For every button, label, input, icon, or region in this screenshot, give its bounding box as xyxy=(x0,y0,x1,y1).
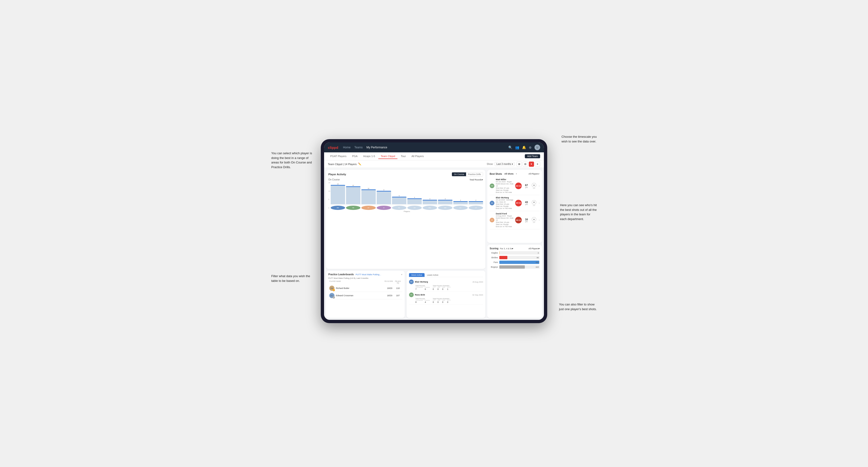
bar-highlight-7 xyxy=(438,200,453,200)
practice-col-2: Practice 4 xyxy=(425,300,430,303)
y-label-0: 0 xyxy=(328,207,330,209)
col-pb-score: PB SCORE xyxy=(384,280,394,284)
activity-date-2: 02 Sep 2023 xyxy=(472,294,483,296)
tournament-col-2: Tournament 8 xyxy=(415,300,423,303)
best-shots-header: Best Shots All Shots ▾ All Players ▾ xyxy=(490,172,540,176)
shot-avatar-3: DF xyxy=(490,218,494,222)
avatar-8: EC xyxy=(453,206,468,210)
avatar-1: RB xyxy=(346,206,361,210)
dist-zero-2: 0 yds xyxy=(531,200,537,206)
tab-team-clippd[interactable]: Team Clippd xyxy=(378,154,398,159)
timeframe-select[interactable]: Last 3 months ▾ xyxy=(495,162,515,166)
bar-highlight-2 xyxy=(361,189,376,190)
chevron-down-icon: ▾ xyxy=(401,273,402,276)
activity-date-1: 26 Aug 2023 xyxy=(472,281,483,283)
nav-links: Home Teams My Performance xyxy=(343,146,508,149)
on-course-btn[interactable]: On Course xyxy=(452,173,466,176)
gtt-col-1: GTT 0 xyxy=(433,286,435,290)
tab-all-players[interactable]: All Players xyxy=(409,154,426,159)
bar-chart: 15 10 5 0 1312109543322 xyxy=(328,182,483,213)
nav-link-teams[interactable]: Teams xyxy=(354,146,363,149)
shot-row-3[interactable]: DF David Ford 24 Aug 2023 · Royal North … xyxy=(490,211,540,229)
edit-icon[interactable]: ✏️ xyxy=(358,162,361,165)
all-players-dropdown[interactable]: All Players xyxy=(528,173,538,175)
nav-icons: 🔍 👥 🔔 ⊕ U xyxy=(508,145,540,150)
add-team-button[interactable]: Add Team xyxy=(525,154,540,158)
bar-group-8: 2 xyxy=(453,182,468,204)
stat-group-practice-1: Total Practice Activities GTT 0 APP xyxy=(433,285,451,290)
leaderboard-title: Practice Leaderboards xyxy=(328,273,354,276)
list-view-btn[interactable]: ⊟ xyxy=(523,161,528,167)
bottom-row: Practice Leaderboards PUTT Must Make Put… xyxy=(326,271,486,318)
shot-badge-1: 200 SG xyxy=(515,183,522,189)
chevron-down-icon-scoring: ▾ xyxy=(512,247,513,250)
pars-row: Pars 499 xyxy=(490,261,540,264)
bell-icon[interactable]: 🔔 xyxy=(522,146,526,149)
chevron-down-icon-shots: ▾ xyxy=(538,173,540,175)
tab-hcaps[interactable]: Hcaps 1-5 xyxy=(361,154,377,159)
nav-link-home[interactable]: Home xyxy=(343,146,350,149)
leaderboard-card: Practice Leaderboards PUTT Must Make Put… xyxy=(326,271,405,318)
leaderboard-header: Practice Leaderboards PUTT Must Make Put… xyxy=(328,273,402,276)
search-icon[interactable]: 🔍 xyxy=(508,146,512,149)
bogeys-label: Bogeys xyxy=(490,266,498,268)
pars-label: Pars xyxy=(490,261,498,263)
heart-view-btn[interactable]: ♥ xyxy=(529,161,534,167)
bar-value-2: 10 xyxy=(368,188,369,189)
scoring-card: Scoring Par 3, 4 & 5s ▾ All Players ▾ xyxy=(487,245,542,318)
shot-start-lie-2: Start Lie: Rough xyxy=(496,205,514,207)
scoring-dropdown[interactable]: Par 3, 4 & 5s ▾ xyxy=(500,247,513,250)
scoring-players-dropdown[interactable]: All Players ▾ xyxy=(528,247,540,250)
rank-badge-2: 2 xyxy=(333,296,335,299)
main-content: Player Activity On Course Practice Drill… xyxy=(324,168,544,320)
tab-pgat-players[interactable]: PGAT Players xyxy=(328,154,349,159)
putt-col-1: PUTT 1 xyxy=(447,286,451,290)
shot-detail-3: 24 Aug 2023 · Royal North Devon GC, Hole… xyxy=(496,215,514,221)
detail-view-btn[interactable]: ≡ xyxy=(535,161,540,167)
pars-val: 499 xyxy=(536,261,539,263)
section-title: On Course xyxy=(328,178,469,181)
bar-value-4: 5 xyxy=(399,195,400,196)
shot-row-1[interactable]: MM Matt Miller 09 Jun 2023 · Royal North… xyxy=(490,177,540,195)
pars-track: 499 xyxy=(499,261,540,264)
least-active-tab[interactable]: Least Active xyxy=(425,273,441,277)
chart-section-header: On Course Total Rounds ▾ xyxy=(328,178,483,181)
leaderboard-drill[interactable]: PUTT Must Make Putting... xyxy=(356,273,401,276)
tournament-val-1: 7 xyxy=(415,288,423,290)
dist-zero-1: 0 yds xyxy=(531,183,537,189)
users-icon[interactable]: 👥 xyxy=(515,146,519,149)
annotation-right-bottom: You can also filter to showjust one play… xyxy=(559,302,597,311)
shot-player-name-2: Blair McHarg xyxy=(496,196,514,199)
avatar[interactable]: U xyxy=(534,145,540,150)
stat-group-rounds-2: Total Rounds Tournament 8 Practice xyxy=(415,298,430,303)
bar-group-1: 12 xyxy=(346,182,361,204)
leaderboard-cols: PLAYER NAME PB SCORE PB AVG SQ xyxy=(328,280,402,284)
leaderboard-row-1[interactable]: RB 1 Richard Butler 19/20 110 xyxy=(328,285,402,292)
bar-highlight-0 xyxy=(331,185,345,186)
chart-dropdown[interactable]: Total Rounds ▾ xyxy=(469,179,483,181)
shot-player-info-1: Matt Miller 09 Jun 2023 · Royal North De… xyxy=(496,178,514,193)
tablet-frame: clippd Home Teams My Performance 🔍 👥 🔔 ⊕… xyxy=(321,139,547,323)
tab-tour[interactable]: Tour xyxy=(398,154,408,159)
arg-col-1: ARG 0 xyxy=(442,286,445,290)
stat-group-rounds-1: Total Rounds Tournament 7 Practice xyxy=(415,285,430,290)
shot-row-2[interactable]: BM Blair McHarg 23 Jul 2023 · Ashridge G… xyxy=(490,195,540,211)
plus-circle-icon[interactable]: ⊕ xyxy=(529,146,532,149)
y-axis: 15 10 5 0 xyxy=(328,182,330,213)
grid-view-btn[interactable]: ⊞ xyxy=(517,161,522,167)
practice-drills-btn[interactable]: Practice Drills xyxy=(466,173,483,176)
bar-group-3: 9 xyxy=(377,182,391,204)
nav-link-performance[interactable]: My Performance xyxy=(367,146,387,149)
activity-title: Player Activity xyxy=(328,173,452,176)
tab-pga[interactable]: PGA xyxy=(350,154,360,159)
dist-zero-3: 0 yds xyxy=(531,217,537,223)
app-col-1: APP 0 xyxy=(437,286,440,290)
all-shots-tab[interactable]: All Shots xyxy=(503,172,515,176)
stat-cols-rounds-1: Tournament 7 Practice 6 xyxy=(415,286,430,290)
dist-val-2: 43 xyxy=(525,201,528,204)
gtt-col-2: GTT 0 xyxy=(433,300,435,303)
most-active-tab[interactable]: Most Active xyxy=(409,273,425,277)
bar-group-0: 13 xyxy=(331,182,345,204)
leaderboard-row-2[interactable]: EC 2 Edward Crossman 18/20 107 xyxy=(328,292,402,299)
scoring-header: Scoring Par 3, 4 & 5s ▾ All Players ▾ xyxy=(490,247,540,250)
